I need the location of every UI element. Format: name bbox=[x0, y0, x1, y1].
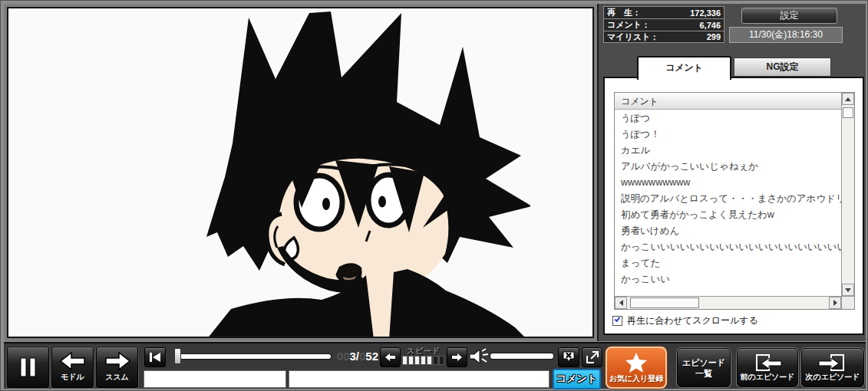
stat-row-comments: コメント： 6,746 bbox=[603, 18, 724, 31]
triangle-left-icon bbox=[619, 300, 623, 306]
episode-list-label-line1: エピソード bbox=[682, 357, 725, 368]
video-screen[interactable] bbox=[7, 7, 594, 338]
comment-list-column-header: コメント bbox=[615, 93, 841, 110]
comment-row: かっこいいいいいいいいいいいいいいいいいいいいいい bbox=[615, 239, 841, 255]
arrow-right-icon bbox=[451, 353, 463, 362]
comments-label: コメント： bbox=[607, 19, 650, 31]
comment-row: カエル bbox=[615, 143, 841, 159]
horizontal-scroll-thumb[interactable] bbox=[630, 297, 699, 308]
favorite-button[interactable]: お気に入り登録 bbox=[606, 347, 667, 389]
speech-bubble-x-icon bbox=[562, 350, 576, 364]
command-input[interactable] bbox=[144, 370, 286, 388]
skip-start-icon bbox=[149, 352, 161, 363]
comment-input[interactable] bbox=[289, 370, 550, 388]
comment-row: wwwwwwwwww bbox=[615, 175, 841, 191]
stats-box: 再 生： 172,336 コメント： 6,746 マイリスト： 299 bbox=[603, 6, 724, 43]
comment-toggle-button[interactable] bbox=[558, 347, 579, 367]
video-frame bbox=[4, 4, 597, 341]
page-counter: 003/052 bbox=[332, 350, 378, 363]
star-icon bbox=[625, 352, 648, 373]
triangle-down-icon bbox=[845, 288, 851, 292]
tab-comment[interactable]: コメント bbox=[637, 56, 731, 80]
comment-row: まってた bbox=[615, 255, 841, 271]
pause-icon bbox=[19, 357, 38, 377]
comment-rows: うぽつうぽつ！カエルアルバがかっこいいじゃねぇかwwwwwwwwww説明のアルバ… bbox=[615, 110, 841, 296]
seek-bar-handle[interactable] bbox=[174, 348, 181, 364]
comments-value: 6,746 bbox=[699, 21, 721, 30]
check-icon bbox=[615, 316, 621, 322]
anime-character-illustration bbox=[101, 8, 530, 338]
forward-button-label: ススム bbox=[105, 372, 129, 383]
back-button[interactable]: モドル bbox=[51, 347, 94, 388]
scrollbar-corner bbox=[841, 296, 854, 309]
comment-row: 説明のアルバとロスって・・・まさかのアホウドリ？ bbox=[615, 191, 841, 207]
next-episode-icon bbox=[817, 353, 848, 372]
views-value: 172,336 bbox=[690, 8, 721, 18]
resize-expand-icon bbox=[586, 350, 599, 364]
stat-row-views: 再 生： 172,336 bbox=[603, 6, 724, 18]
seek-bar-track[interactable] bbox=[176, 354, 331, 359]
settings-button[interactable]: 設定 bbox=[741, 8, 837, 24]
episode-list-button[interactable]: エピソード 一覧 bbox=[677, 348, 731, 387]
next-episode-button[interactable]: 次のエピソード bbox=[801, 348, 864, 387]
comment-tab-panel: コメント うぽつうぽつ！カエルアルバがかっこいいじゃねぇかwwwwwwwwww説… bbox=[603, 77, 864, 335]
mylist-value: 299 bbox=[707, 32, 721, 41]
views-label: 再 生： bbox=[607, 7, 641, 18]
speed-up-button[interactable] bbox=[447, 347, 467, 367]
comment-row: かっこいい bbox=[615, 271, 841, 288]
vertical-scrollbar[interactable] bbox=[841, 93, 854, 296]
triangle-up-icon bbox=[845, 97, 851, 101]
autoscroll-checkbox[interactable] bbox=[612, 316, 622, 326]
autoscroll-row: 再生に合わせてスクロールする bbox=[612, 314, 758, 327]
control-bar: モドル ススム 003/052 スピード bbox=[4, 342, 866, 389]
speed-label: スピード bbox=[402, 346, 445, 356]
tab-ng-settings[interactable]: NG設定 bbox=[734, 58, 831, 77]
resize-button[interactable] bbox=[582, 347, 602, 367]
arrow-left-icon bbox=[384, 353, 396, 362]
comment-list: コメント うぽつうぽつ！カエルアルバがかっこいいじゃねぇかwwwwwwwwww説… bbox=[614, 92, 855, 310]
datetime-display: 11/30(金)18:16:30 bbox=[729, 27, 843, 43]
autoscroll-label: 再生に合わせてスクロールする bbox=[627, 314, 758, 327]
forward-button[interactable]: ススム bbox=[96, 347, 138, 388]
skip-to-start-button[interactable] bbox=[144, 347, 166, 367]
stat-row-mylist: マイリスト： 299 bbox=[603, 31, 724, 43]
speed-blocks bbox=[402, 356, 444, 365]
forward-arrow-icon bbox=[104, 352, 130, 370]
volume-slider[interactable] bbox=[490, 353, 553, 359]
comment-row: 初めて勇者がかっこよく見えたわw bbox=[615, 207, 841, 223]
counter-current: 3/ bbox=[349, 350, 359, 363]
mylist-label: マイリスト： bbox=[607, 31, 658, 43]
comment-row: 勇者いけめん bbox=[615, 223, 841, 239]
prev-episode-label: 前のエピソード bbox=[740, 372, 794, 383]
scroll-left-button[interactable] bbox=[615, 297, 627, 309]
triangle-right-icon bbox=[833, 300, 837, 306]
scroll-right-button[interactable] bbox=[829, 297, 841, 309]
comment-row: うぽつ bbox=[615, 110, 841, 127]
prev-episode-button[interactable]: 前のエピソード bbox=[737, 348, 798, 387]
episode-list-label-line2: 一覧 bbox=[695, 368, 712, 379]
counter-total: 52 bbox=[365, 350, 378, 363]
scroll-up-button[interactable] bbox=[842, 93, 854, 105]
scroll-down-button[interactable] bbox=[842, 284, 854, 296]
favorite-button-label: お気に入り登録 bbox=[609, 373, 664, 384]
comment-row: うぽつ！ bbox=[615, 127, 841, 143]
side-panel: 再 生： 172,336 コメント： 6,746 マイリスト： 299 設定 1… bbox=[597, 4, 866, 341]
pause-button[interactable] bbox=[7, 347, 49, 388]
horizontal-scrollbar[interactable] bbox=[615, 296, 841, 309]
vertical-scroll-thumb[interactable] bbox=[843, 107, 853, 118]
speaker-icon[interactable] bbox=[467, 348, 489, 365]
prev-episode-icon bbox=[752, 353, 783, 372]
counter-dim-prefix: 00 bbox=[337, 350, 350, 363]
speed-down-button[interactable] bbox=[380, 347, 401, 367]
next-episode-label: 次のエピソード bbox=[805, 372, 860, 383]
comment-submit-button[interactable]: コメント bbox=[553, 369, 601, 389]
comment-row: アルバがかっこいいじゃねぇか bbox=[615, 159, 841, 175]
back-arrow-icon bbox=[60, 352, 86, 370]
back-button-label: モドル bbox=[61, 372, 84, 383]
player-window: 再 生： 172,336 コメント： 6,746 マイリスト： 299 設定 1… bbox=[0, 0, 868, 391]
